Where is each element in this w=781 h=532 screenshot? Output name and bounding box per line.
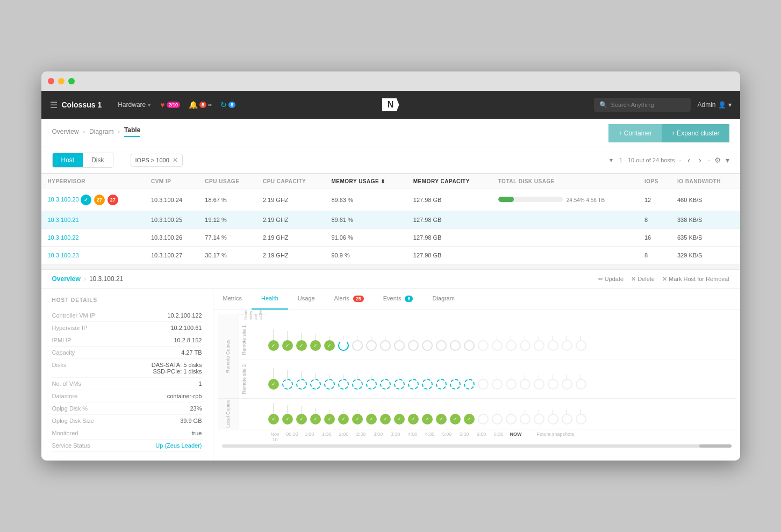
col-hypervisor[interactable]: HYPERVISOR — [41, 174, 145, 189]
mark-removal-button[interactable]: ✕ Mark Host for Removal — [662, 276, 729, 283]
dot-stem — [371, 409, 371, 414]
iops-filter-chip[interactable]: IOPS > 1000 ✕ — [131, 154, 183, 167]
chart-group-0: Remote Copies Remote sites are activeRem… — [218, 314, 736, 399]
host-detail-row: No. of VMs 1 — [52, 378, 202, 390]
filter-input[interactable] — [189, 156, 603, 164]
menu-icon[interactable]: ☰ — [50, 100, 58, 110]
dot-stem — [273, 329, 274, 340]
dot-col — [324, 375, 335, 390]
tab-metrics[interactable]: Metrics — [213, 289, 252, 310]
breadcrumb-table[interactable]: Table — [124, 126, 140, 137]
table-chevron-button[interactable]: ▾ — [726, 156, 729, 164]
hardware-menu[interactable]: Hardware ▾ — [112, 98, 156, 112]
heart-icon: ♥ — [160, 100, 164, 109]
dot-col — [562, 336, 572, 351]
minimize-dot[interactable] — [58, 78, 65, 84]
dot-stem — [357, 409, 357, 414]
health-dot — [576, 379, 586, 390]
col-io-bandwidth[interactable]: IO BANDWIDTH — [671, 174, 740, 189]
cell-hypervisor: 10.3.100.21 — [41, 211, 145, 229]
detail-field-value: DAS-SATA: 5 disksSSD-PCIe: 1 disks — [152, 362, 202, 375]
health-dot — [520, 414, 531, 425]
cell-disk-usage — [492, 229, 638, 247]
dot-stem — [539, 336, 539, 340]
detail-field-value[interactable]: Up (Zeus Leader) — [155, 442, 202, 449]
col-total-disk[interactable]: TOTAL DISK USAGE — [492, 174, 638, 189]
hypervisor-link[interactable]: 10.3.100.21 — [48, 217, 79, 223]
dot-col: ✓ — [450, 409, 461, 425]
hypervisor-link[interactable]: 10.3.100.23 — [48, 252, 79, 258]
dot-stem — [567, 336, 567, 340]
table-row[interactable]: 10.3.100.23 10.3.100.27 30.17 % 2.19 GHZ… — [41, 247, 740, 264]
dot-col — [408, 375, 419, 390]
maximize-dot[interactable] — [68, 78, 75, 84]
col-memory-capacity[interactable]: MEMORY CAPACITY — [407, 174, 492, 189]
dot-col — [338, 375, 349, 390]
col-cpu-capacity[interactable]: CPU CAPACITY — [256, 174, 325, 189]
chevron-down-icon: ▾ — [728, 101, 732, 109]
health-icon-group[interactable]: ♥ 2/10 — [160, 100, 180, 109]
tab-alerts[interactable]: Alerts 25 — [325, 289, 374, 310]
col-cpu-usage[interactable]: CPU USAGE — [198, 174, 256, 189]
dot-stem — [525, 336, 525, 340]
table-row[interactable]: 10.3.100.22 10.3.100.26 77.14 % 2.19 GHZ… — [41, 229, 740, 247]
health-dot — [380, 379, 391, 390]
updates-icon-group[interactable]: ↻ 8 — [220, 100, 235, 109]
cell-iops: 12 — [638, 189, 671, 211]
dot-stem — [581, 336, 581, 340]
tab-diagram[interactable]: Diagram — [422, 289, 464, 310]
detail-field-label: Capacity — [52, 349, 75, 356]
update-button[interactable]: ✏ Update — [598, 276, 624, 283]
x-label-12: 6:00 — [475, 432, 489, 442]
health-dot — [422, 379, 433, 390]
breadcrumb-overview[interactable]: Overview — [52, 128, 79, 135]
tab-usage[interactable]: Usage — [288, 289, 325, 310]
health-dot — [394, 340, 405, 351]
col-cvm-ip[interactable]: CVM IP — [145, 174, 198, 189]
search-bar[interactable]: 🔍 Search Anything — [594, 98, 691, 112]
detail-host-label: 10.3.100.21 — [89, 275, 123, 283]
disk-toggle-button[interactable]: Disk — [83, 153, 112, 167]
alerts-icon-group[interactable]: 🔔 8 •• — [189, 100, 212, 109]
tab-events[interactable]: Events 8 — [374, 289, 423, 310]
col-memory-usage[interactable]: MEMORY USAGE ⇕ — [325, 174, 406, 189]
disk-usage-text: 24.54% 4.56 TB — [567, 197, 605, 203]
close-dot[interactable] — [48, 78, 54, 84]
col-iops[interactable]: IOPS — [638, 174, 671, 189]
x-label-6: 3:00 — [371, 432, 385, 442]
detail-field-label: Oplpg Disk % — [52, 405, 88, 412]
table-settings-button[interactable]: ⚙ — [714, 156, 721, 164]
host-toggle-button[interactable]: Host — [53, 153, 83, 167]
admin-button[interactable]: Admin 👤 ▾ — [697, 101, 731, 109]
dot-col — [464, 336, 475, 351]
health-dot: ✓ — [352, 414, 363, 425]
detail-field-label: Service Status — [52, 442, 90, 449]
filter-chevron-icon[interactable]: ▾ — [610, 156, 613, 164]
titlebar — [41, 71, 740, 91]
filter-chip-close-icon[interactable]: ✕ — [173, 156, 178, 164]
health-dot: ✓ — [324, 340, 335, 351]
expand-cluster-button[interactable]: + Expand cluster — [662, 124, 729, 142]
detail-overview-link[interactable]: Overview — [52, 275, 81, 283]
table-row[interactable]: 10.3.100.20 ✓ 27 27 10.3.100.24 18.67 % … — [41, 189, 740, 211]
health-dot: ✓ — [422, 414, 433, 425]
hypervisor-link[interactable]: 10.3.100.20 — [48, 196, 79, 203]
hosts-table: HYPERVISOR CVM IP CPU USAGE CPU CAPACITY… — [41, 174, 740, 264]
breadcrumb-diagram[interactable]: Diagram — [89, 128, 113, 135]
health-dot — [478, 414, 489, 425]
horizontal-scrollbar[interactable] — [222, 444, 732, 448]
health-dot — [562, 379, 572, 390]
dots-row-0-0: ✓ ✓ ✓ ✓ ✓ — [268, 329, 586, 351]
delete-button[interactable]: ✕ Delete — [631, 276, 655, 283]
prev-page-button[interactable]: ‹ — [685, 155, 692, 166]
cell-hypervisor: 10.3.100.20 ✓ 27 27 — [41, 189, 145, 211]
table-row[interactable]: 10.3.100.21 10.3.100.25 19.12 % 2.19 GHZ… — [41, 211, 740, 229]
hypervisor-link[interactable]: 10.3.100.22 — [48, 234, 79, 241]
dot-stem — [287, 370, 288, 379]
next-page-button[interactable]: › — [697, 155, 704, 166]
health-dot: ✓ — [408, 414, 419, 425]
container-button[interactable]: + Container — [608, 124, 661, 142]
dot-stem — [329, 409, 329, 414]
dot-stem — [343, 336, 343, 340]
tab-health[interactable]: Health — [252, 289, 288, 310]
